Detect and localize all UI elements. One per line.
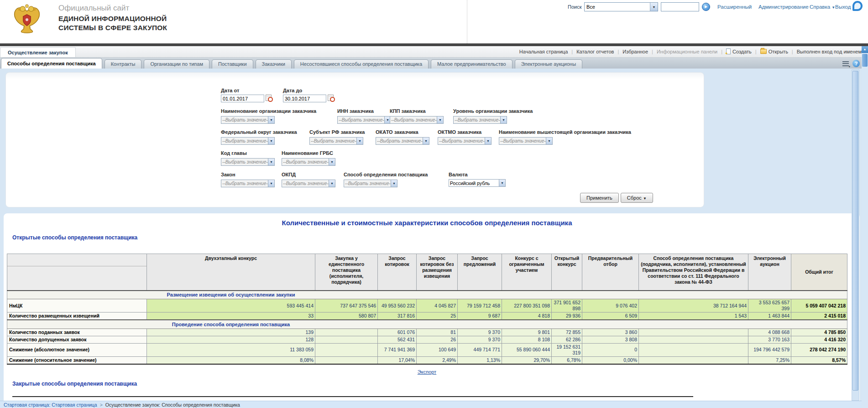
table-cell: 0,00%	[582, 356, 639, 364]
chevron-down-icon[interactable]: ▼	[650, 3, 658, 11]
select-placeholder: --Выбрать значение--	[454, 117, 500, 123]
table-cell: 8 108	[502, 336, 552, 343]
pane-vertical-scrollbar[interactable]	[852, 69, 859, 401]
table-cell: 9 801	[502, 329, 552, 336]
calendar-icon[interactable]	[266, 95, 272, 101]
breadcrumb-home-link[interactable]: Стартовая страница: Стартовая страница	[4, 402, 97, 408]
menu-item-dashboards[interactable]: Информационные панели	[657, 49, 717, 54]
determination-method-select[interactable]: --Выбрать значение--▼	[344, 180, 397, 187]
menu-bar: Осуществление закупок Начальная страница…	[0, 46, 868, 58]
tab-failed-methods[interactable]: Несостоявшиеся способы определения поста…	[294, 59, 429, 69]
export-link[interactable]: Экспорт	[418, 369, 436, 375]
help-icon[interactable]: ?	[852, 60, 860, 67]
select-placeholder: --Выбрать значение--	[438, 138, 485, 144]
chevron-down-icon[interactable]: ▼	[391, 180, 397, 187]
filter-buttons: Применить Сброс ▼	[580, 193, 653, 203]
menu-item-report-catalog[interactable]: Каталог отчетов	[576, 49, 614, 54]
search-go-button[interactable]: ▶	[702, 3, 710, 11]
date-to-label: Дата до	[283, 88, 334, 93]
chevron-down-icon[interactable]: ▼	[268, 117, 274, 123]
select-placeholder: --Выбрать значение--	[282, 159, 329, 165]
reset-button[interactable]: Сброс ▼	[621, 193, 653, 203]
calendar-icon[interactable]	[328, 95, 334, 101]
new-document-icon	[726, 48, 731, 54]
chevron-down-icon[interactable]: ▼	[356, 138, 363, 144]
federal-district-select[interactable]: --Выбрать значение--▼	[221, 137, 275, 145]
chevron-down-icon[interactable]: ▼	[268, 180, 274, 187]
list-menu-icon[interactable]	[842, 61, 849, 66]
filter-chapter-code: Код главы --Выбрать значение--▼	[221, 150, 275, 166]
advanced-search-link[interactable]: Расширенный	[717, 4, 752, 10]
menu-item-open[interactable]: Открыть	[760, 49, 788, 54]
parent-org-select[interactable]: --Выбрать значение--▼	[499, 137, 553, 145]
chevron-down-icon[interactable]: ▼	[499, 180, 505, 186]
menu-item-home[interactable]: Начальная страница	[519, 49, 568, 54]
pane-scrollbar-thumb[interactable]	[852, 71, 858, 391]
field-label: ИНН заказчика	[337, 108, 391, 114]
tab-organizations-by-type[interactable]: Организации по типам	[144, 59, 209, 69]
subject-rf-select[interactable]: --Выбрать значение--▼	[309, 137, 363, 145]
top-header: Официальный сайт ЕДИНОЙ ИНФОРМАЦИОННОЙ С…	[0, 0, 868, 43]
browser-vertical-scrollbar[interactable]: ▲	[862, 46, 868, 408]
table-cell: 72 855	[552, 329, 582, 336]
chevron-down-icon[interactable]: ▼	[485, 138, 491, 144]
tab-customers[interactable]: Заказчики	[256, 59, 292, 69]
chevron-down-icon: ▼	[643, 196, 647, 201]
okpd-select[interactable]: --Выбрать значение--▼	[282, 180, 335, 187]
menu-item-favorites[interactable]: Избранное	[622, 49, 648, 54]
grbs-select[interactable]: --Выбрать значение--▼	[282, 158, 335, 166]
customer-kpp-select[interactable]: --Выбрать значение--▼	[390, 116, 444, 124]
chapter-code-select[interactable]: --Выбрать значение--▼	[221, 158, 275, 166]
okato-select[interactable]: --Выбрать значение--▼	[376, 137, 429, 145]
chevron-down-icon[interactable]: ▼	[268, 159, 274, 165]
chevron-down-icon[interactable]: ▼	[268, 138, 274, 144]
search-scope-select[interactable]: Все ▼	[584, 2, 658, 11]
filter-customer-org-level: Уровень организации заказчика --Выбрать …	[453, 108, 533, 124]
customer-org-name-select[interactable]: --Выбрать значение--▼	[221, 116, 275, 124]
select-placeholder: --Выбрать значение--	[376, 138, 423, 144]
help-menu-link[interactable]: Справка ▼	[810, 4, 835, 10]
chevron-down-icon[interactable]: ▼	[546, 138, 552, 144]
tab-suppliers[interactable]: Поставщики	[212, 59, 253, 69]
feedback-bubble-icon[interactable]	[852, 1, 863, 11]
chevron-down-icon[interactable]: ▼	[329, 159, 335, 165]
module-tab-procurement[interactable]: Осуществление закупок	[0, 47, 76, 57]
table-cell: 9 370	[458, 336, 502, 343]
site-name: ЕДИНОЙ ИНФОРМАЦИОННОЙ СИСТЕМЫ В СФЕРЕ ЗА…	[58, 14, 167, 32]
customer-org-level-select[interactable]: --Выбрать значение--▼	[453, 116, 507, 124]
table-cell: 33	[147, 313, 315, 320]
administration-link[interactable]: Администрирование	[758, 4, 809, 10]
logout-link[interactable]: Выход	[835, 4, 851, 10]
filter-law: Закон --Выбрать значение--▼	[221, 172, 275, 187]
chevron-down-icon[interactable]: ▼	[329, 180, 335, 187]
currency-select[interactable]: Российский рубль▼	[449, 179, 506, 187]
scroll-up-arrow[interactable]: ▲	[862, 46, 868, 53]
date-to-input[interactable]	[283, 95, 326, 102]
tab-small-business[interactable]: Малое предпринимательство	[431, 59, 512, 69]
search-input[interactable]	[661, 2, 699, 11]
date-from-input[interactable]	[221, 95, 264, 102]
law-select[interactable]: --Выбрать значение--▼	[221, 180, 275, 187]
chevron-down-icon[interactable]: ▼	[437, 117, 443, 123]
customer-inn-select[interactable]: --Выбрать значение--▼	[337, 116, 391, 124]
select-placeholder: --Выбрать значение--	[221, 117, 268, 123]
table-cell: 3 553 625 657 399	[748, 299, 791, 313]
table-cell	[315, 329, 378, 336]
select-placeholder: --Выбрать значение--	[221, 159, 268, 165]
chevron-down-icon[interactable]: ▼	[423, 138, 429, 144]
oktmo-select[interactable]: --Выбрать значение--▼	[438, 137, 492, 145]
menu-item-create[interactable]: Создать	[726, 48, 752, 54]
browser-scrollbar-thumb[interactable]	[862, 54, 868, 67]
tab-contracts[interactable]: Контракты	[105, 59, 142, 69]
menu-item-open-label: Открыть	[769, 49, 788, 54]
section-header-open-methods: Открытые способы определения поставщика	[12, 234, 137, 241]
chevron-down-icon[interactable]: ▼	[500, 117, 507, 123]
table-cell: 29 936	[552, 313, 582, 320]
field-label: ОКАТО заказчика	[376, 129, 429, 135]
tab-supplier-determination-methods[interactable]: Способы определения поставщика	[1, 58, 102, 69]
table-cell: 4 045 827	[417, 299, 458, 313]
table-cell: 9 687	[458, 313, 502, 320]
tab-electronic-auctions[interactable]: Электронные аукционы	[515, 59, 582, 69]
column-header: Открытый конкурс	[552, 254, 582, 291]
apply-button[interactable]: Применить	[580, 193, 619, 203]
